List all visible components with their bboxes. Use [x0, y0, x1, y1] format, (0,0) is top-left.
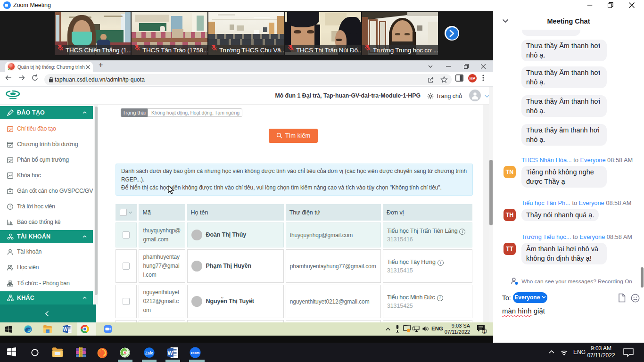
svg-text:zoom: zoom — [191, 351, 199, 354]
svg-text:Zalo: Zalo — [145, 351, 153, 355]
svg-text:W: W — [167, 350, 173, 356]
svg-text:W: W — [63, 327, 68, 332]
svg-text:1: 1 — [483, 329, 486, 334]
